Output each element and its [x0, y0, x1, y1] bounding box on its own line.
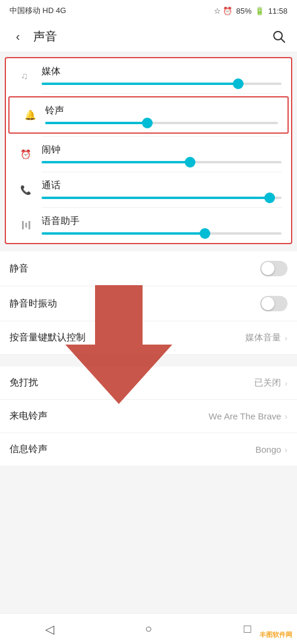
ringtone-right: We Are The Brave ›: [208, 411, 287, 421]
dnd-value: 已关闭: [254, 377, 281, 389]
volume-content-alarm: 闹钟: [37, 144, 282, 163]
volume-content-call: 通话: [37, 179, 282, 199]
volume-item-assistant[interactable]: 语音助手: [6, 208, 291, 243]
clock: 11:58: [268, 7, 287, 15]
top-bar: ‹ 声音: [0, 21, 297, 52]
volume-item-ringtone[interactable]: 🔔 铃声: [8, 96, 289, 134]
battery-status: ☆ ⏰: [214, 7, 233, 15]
slider-fill-assistant: [42, 232, 205, 235]
vibrate-toggle[interactable]: [260, 296, 287, 311]
settings-item-ringtone[interactable]: 来电铃声 We Are The Brave ›: [0, 400, 297, 433]
svg-text:♫: ♫: [21, 71, 28, 81]
settings-section: 静音 静音时振动 按音量键默认控制 媒体音量 ›: [0, 251, 297, 355]
carrier-text: 中国移动 HD 4G: [10, 5, 66, 16]
dnd-right: 已关闭 ›: [254, 377, 287, 389]
bell-icon: 🔔: [19, 108, 40, 121]
svg-rect-8: [29, 221, 30, 229]
nav-back-button[interactable]: ◁: [31, 618, 67, 640]
vibrate-label: 静音时振动: [10, 298, 57, 310]
volume-item-call[interactable]: 📞 通话: [6, 172, 291, 207]
silent-toggle-thumb: [261, 262, 274, 275]
status-bar: 中国移动 HD 4G ☆ ⏰ 85% 🔋 11:58: [0, 0, 297, 21]
watermark: 丰图软件网: [260, 630, 292, 639]
ringtone-value: We Are The Brave: [208, 411, 281, 421]
slider-thumb-alarm[interactable]: [185, 157, 195, 168]
phone-icon: 📞: [15, 183, 37, 196]
svg-text:🔔: 🔔: [24, 109, 36, 121]
volume-content-assistant: 语音助手: [37, 215, 282, 235]
slider-track-ringtone[interactable]: [45, 122, 278, 124]
volume-content-media: 媒体: [37, 65, 282, 85]
section-gap-1: [0, 355, 297, 359]
settings-item-volume-key[interactable]: 按音量键默认控制 媒体音量 ›: [0, 321, 297, 355]
alarm-icon: ⏰: [15, 147, 37, 160]
settings-item-silent[interactable]: 静音: [0, 251, 297, 286]
status-right: ☆ ⏰ 85% 🔋 11:58: [214, 7, 287, 15]
slider-track-media[interactable]: [42, 83, 282, 85]
page-title: 声音: [33, 29, 264, 45]
search-icon: [273, 30, 286, 43]
volume-label-media: 媒体: [42, 65, 282, 78]
message-chevron: ›: [285, 445, 287, 454]
search-button[interactable]: [268, 26, 290, 48]
ringtone-chevron: ›: [285, 412, 287, 421]
silent-toggle[interactable]: [260, 261, 287, 276]
slider-thumb-media[interactable]: [233, 78, 244, 89]
bottom-nav: ◁ ○ □ 丰图软件网: [0, 613, 297, 644]
dnd-label: 免打扰: [10, 377, 38, 389]
slider-fill-media: [42, 83, 238, 85]
volume-label-alarm: 闹钟: [42, 144, 282, 156]
settings-item-dnd[interactable]: 免打扰 已关闭 ›: [0, 367, 297, 400]
slider-track-assistant[interactable]: [42, 232, 282, 235]
volume-label-ringtone: 铃声: [45, 105, 278, 117]
svg-line-1: [281, 39, 285, 42]
vibrate-toggle-thumb: [261, 297, 274, 310]
svg-text:📞: 📞: [20, 185, 31, 195]
assistant-icon: [15, 219, 37, 232]
settings-item-vibrate[interactable]: 静音时振动: [0, 286, 297, 321]
volume-key-label: 按音量键默认控制: [10, 332, 86, 344]
volume-item-alarm[interactable]: ⏰ 闹钟: [6, 137, 291, 172]
message-value: Bongo: [255, 444, 281, 454]
volume-section: ♫ 媒体 🔔 铃声 ⏰ 闹钟: [5, 57, 292, 244]
slider-track-call[interactable]: [42, 197, 282, 199]
dnd-chevron: ›: [285, 378, 287, 388]
back-button[interactable]: ‹: [7, 26, 29, 48]
slider-thumb-assistant[interactable]: [200, 228, 210, 239]
slider-thumb-call[interactable]: [264, 192, 275, 203]
volume-key-chevron: ›: [285, 333, 287, 343]
settings-section-2: 免打扰 已关闭 › 来电铃声 We Are The Brave › 信息铃声 B…: [0, 367, 297, 466]
message-label: 信息铃声: [10, 443, 48, 456]
volume-key-right: 媒体音量 ›: [245, 332, 287, 343]
battery-icon: 🔋: [255, 7, 264, 15]
divider-1: [42, 93, 282, 94]
slider-thumb-ringtone[interactable]: [142, 118, 153, 128]
svg-text:⏰: ⏰: [20, 149, 31, 160]
battery-pct: 85%: [236, 7, 251, 15]
slider-fill-alarm: [42, 161, 190, 163]
settings-item-message[interactable]: 信息铃声 Bongo ›: [0, 433, 297, 466]
ringtone-label: 来电铃声: [10, 410, 48, 422]
volume-item-media[interactable]: ♫ 媒体: [6, 58, 291, 93]
volume-key-value: 媒体音量: [245, 332, 281, 343]
volume-label-assistant: 语音助手: [42, 215, 282, 228]
svg-rect-6: [22, 221, 24, 229]
music-icon: ♫: [15, 69, 37, 82]
silent-label: 静音: [10, 263, 29, 275]
slider-track-alarm[interactable]: [42, 161, 282, 163]
volume-label-call: 通话: [42, 179, 282, 192]
message-right: Bongo ›: [255, 444, 287, 454]
nav-home-button[interactable]: ○: [131, 618, 166, 640]
svg-rect-7: [26, 223, 27, 228]
volume-content-ringtone: 铃声: [40, 105, 278, 124]
slider-fill-call: [42, 197, 270, 199]
slider-fill-ringtone: [45, 122, 147, 124]
